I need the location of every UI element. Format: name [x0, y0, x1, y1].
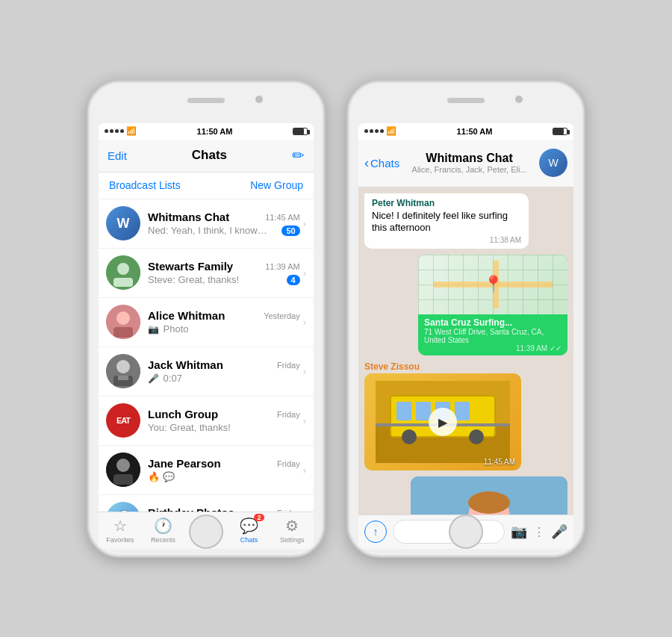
- location-text: Santa Cruz Surfing... 71 West Cliff Driv…: [418, 314, 567, 355]
- recents-label: Recents: [151, 536, 175, 544]
- right-phone-speaker: [447, 98, 485, 103]
- svg-point-1: [117, 263, 129, 275]
- location-map: 📍: [418, 255, 567, 314]
- chat-preview-jack: 🎤 0:07: [148, 373, 182, 384]
- signal-area: 📶: [105, 126, 137, 136]
- svg-point-11: [116, 459, 130, 472]
- chat-badge-stewarts: 4: [287, 275, 300, 285]
- chat-time-lunch: Friday: [277, 410, 300, 419]
- stewarts-avatar-img: [106, 255, 140, 290]
- chats-title: Chats: [192, 148, 227, 163]
- right-clock: 11:50 AM: [457, 127, 493, 136]
- chat-bottom-lunch: You: Great, thanks!: [148, 422, 300, 433]
- chevron-right-icon-stewarts: ›: [303, 267, 306, 279]
- chat-nav-bar: ‹ Chats Whitmans Chat Alice, Francis, Ja…: [358, 140, 573, 187]
- tab-favorites[interactable]: ☆ Favorites: [99, 517, 142, 544]
- photo-background: [411, 476, 567, 514]
- more-options-icon[interactable]: ⋮: [533, 525, 545, 539]
- chat-top-jane: Jane Pearson Friday: [148, 457, 300, 470]
- battery-fill: [293, 128, 304, 134]
- sender-peter: Peter Whitman: [372, 198, 521, 208]
- chat-name-jane: Jane Pearson: [148, 457, 221, 470]
- signal-dot-4: [120, 129, 124, 133]
- chat-preview-alice: 📷 Photo: [148, 323, 189, 335]
- play-button[interactable]: ▶: [429, 408, 457, 436]
- chat-content-alice: Alice Whitman Yesterday 📷 Photo: [148, 309, 300, 335]
- chat-item-alice[interactable]: Alice Whitman Yesterday 📷 Photo ›: [99, 298, 314, 347]
- back-button[interactable]: ‹ Chats: [364, 155, 399, 171]
- r-dot-2: [370, 129, 373, 133]
- chat-preview-jane: 🔥 💬: [148, 471, 175, 482]
- avatar-whitmans: W: [106, 206, 140, 240]
- chats-tab-icon: 💬 2: [240, 517, 258, 535]
- phone-speaker: [187, 98, 225, 103]
- location-ticks: ✓✓: [550, 344, 561, 352]
- edit-button[interactable]: Edit: [108, 149, 127, 162]
- phone-camera: [255, 96, 263, 103]
- right-status-bar: 📶 11:50 AM: [358, 123, 573, 140]
- svg-rect-12: [113, 474, 133, 485]
- group-avatar[interactable]: W: [539, 149, 567, 177]
- right-phone-screen: 📶 11:50 AM ‹ Chats Whitmans Chat Alice, …: [358, 123, 573, 549]
- location-title: Santa Cruz Surfing...: [424, 317, 561, 328]
- chat-content-birthday: Birthday Photos Friday Francis:: [148, 506, 300, 512]
- chat-bottom-whitmans: Ned: Yeah, I think, I know wh... 50: [148, 225, 300, 236]
- chevron-right-icon-jane: ›: [303, 464, 306, 476]
- chat-item-birthday[interactable]: 🌊 Birthday Photos Friday Francis: ›: [99, 495, 314, 512]
- status-bar: 📶 11:50 AM: [99, 123, 314, 140]
- tab-chats[interactable]: 💬 2 Chats: [228, 517, 271, 544]
- tab-settings[interactable]: ⚙ Settings: [270, 517, 314, 544]
- photo-bubble: 11:48 PM ✓✓: [411, 476, 567, 514]
- chat-name-jack: Jack Whitman: [148, 358, 223, 371]
- camera-icon: 📷: [148, 324, 159, 335]
- right-home-button[interactable]: [449, 515, 483, 549]
- chat-top-lunch: Lunch Group Friday: [148, 408, 300, 420]
- chevron-right-icon: ›: [303, 218, 306, 229]
- back-label: Chats: [370, 157, 399, 170]
- tab-recents[interactable]: 🕐 Recents: [142, 517, 185, 544]
- chat-name-whitmans: Whitmans Chat: [148, 211, 229, 223]
- location-address: 71 West Cliff Drive, Santa Cruz, CA, Uni…: [424, 328, 561, 344]
- chat-bottom-jack: 🎤 0:07: [148, 373, 300, 384]
- right-battery-fill: [553, 128, 564, 134]
- avatar-stewarts: [106, 255, 140, 290]
- chat-item-stewarts[interactable]: Stewarts Family 11:39 AM Steve: Great, t…: [99, 249, 314, 298]
- chat-item-lunch[interactable]: EAT Lunch Group Friday You: Great, thank…: [99, 397, 314, 446]
- location-time: 11:39 AM ✓✓: [424, 344, 561, 352]
- settings-icon: ⚙: [285, 517, 299, 535]
- chat-item-jane[interactable]: Jane Pearson Friday 🔥 💬 ›: [99, 446, 314, 495]
- broadcast-lists-link[interactable]: Broadcast Lists: [109, 179, 181, 191]
- camera-icon[interactable]: 📷: [511, 523, 527, 540]
- wifi-icon: 📶: [126, 126, 137, 136]
- chat-content-lunch: Lunch Group Friday You: Great, thanks!: [148, 408, 300, 433]
- chat-nav-subtitle: Alice, Francis, Jack, Peter, Eli...: [412, 165, 527, 174]
- photo-illustration: [411, 476, 567, 514]
- svg-rect-5: [113, 327, 133, 338]
- clock: 11:50 AM: [197, 127, 233, 136]
- chat-item-whitmans[interactable]: W Whitmans Chat 11:45 AM Ned: Yeah, I th…: [99, 199, 314, 249]
- share-button[interactable]: ↑: [364, 521, 387, 543]
- chat-nav-info: Whitmans Chat Alice, Francis, Jack, Pete…: [404, 152, 535, 174]
- favorites-icon: ☆: [113, 517, 127, 535]
- text-peter: Nice! I definitely feel like surfing thi…: [372, 210, 521, 235]
- message-photo: 11:48 PM ✓✓: [364, 476, 567, 514]
- broadcast-bar: Broadcast Lists New Group: [99, 173, 314, 199]
- video-bubble[interactable]: ▶ 11:45 AM: [364, 373, 521, 470]
- svg-point-20: [402, 429, 417, 444]
- sender-steve: Steve Zissou: [364, 361, 567, 372]
- chat-item-jack[interactable]: Jack Whitman Friday 🎤 0:07 ›: [99, 347, 314, 397]
- avatar-jane: [106, 453, 140, 487]
- home-button[interactable]: [189, 515, 223, 549]
- chat-nav-title: Whitmans Chat: [426, 152, 512, 165]
- new-group-link[interactable]: New Group: [250, 179, 303, 191]
- chat-content-whitmans: Whitmans Chat 11:45 AM Ned: Yeah, I thin…: [148, 211, 300, 236]
- chat-name-lunch: Lunch Group: [148, 408, 218, 420]
- svg-point-26: [468, 491, 510, 514]
- microphone-icon[interactable]: 🎤: [551, 523, 567, 540]
- right-battery: [553, 128, 567, 135]
- map-pin-icon: 📍: [483, 275, 503, 294]
- compose-button[interactable]: ✏: [292, 146, 305, 164]
- r-dot-1: [364, 129, 368, 133]
- chevron-right-icon-alice: ›: [303, 317, 306, 328]
- chat-time-stewarts: 11:39 AM: [265, 262, 299, 271]
